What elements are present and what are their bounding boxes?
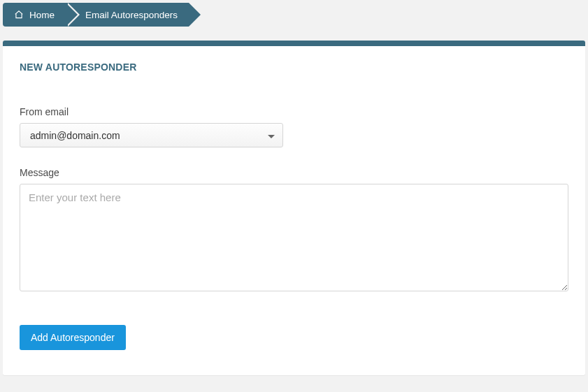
breadcrumb: Home Email Autoresponders	[3, 3, 588, 27]
panel-title: NEW AUTORESPONDER	[20, 61, 568, 73]
breadcrumb-home-label: Home	[29, 10, 55, 20]
panel-body: NEW AUTORESPONDER From email admin@domai…	[3, 46, 585, 375]
from-email-group: From email admin@domain.com	[20, 106, 568, 147]
breadcrumb-home[interactable]: Home	[3, 3, 66, 27]
message-group: Message	[20, 167, 568, 294]
breadcrumb-current[interactable]: Email Autoresponders	[66, 3, 189, 27]
panel-accent-bar	[3, 41, 585, 46]
from-email-label: From email	[20, 106, 568, 117]
main-panel: NEW AUTORESPONDER From email admin@domai…	[3, 41, 585, 375]
message-label: Message	[20, 167, 568, 178]
from-email-value: admin@domain.com	[20, 123, 283, 147]
add-autoresponder-button[interactable]: Add Autoresponder	[20, 325, 126, 350]
breadcrumb-current-label: Email Autoresponders	[85, 10, 178, 20]
home-icon	[14, 10, 24, 20]
from-email-select[interactable]: admin@domain.com	[20, 123, 283, 147]
message-textarea[interactable]	[20, 184, 568, 291]
